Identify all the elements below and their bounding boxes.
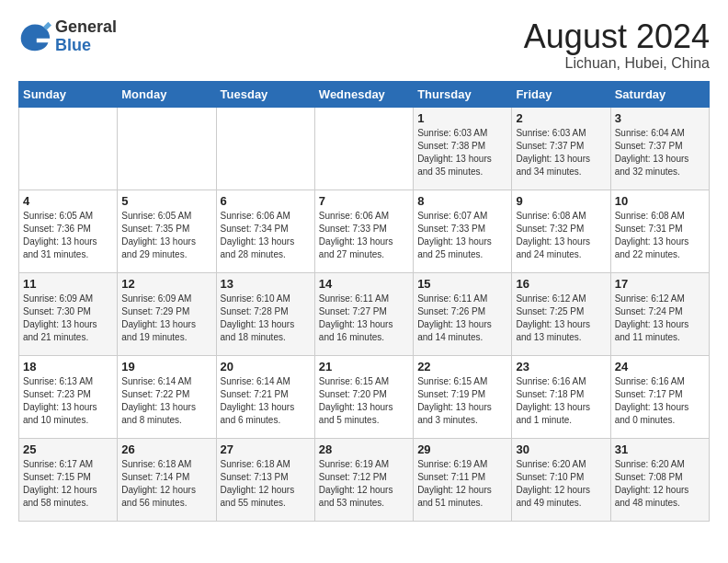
- day-info: Sunrise: 6:18 AM Sunset: 7:14 PM Dayligh…: [121, 458, 211, 510]
- day-cell: 9Sunrise: 6:08 AM Sunset: 7:32 PM Daylig…: [512, 190, 610, 272]
- day-cell: 19Sunrise: 6:14 AM Sunset: 7:22 PM Dayli…: [118, 355, 216, 438]
- day-number: 23: [516, 360, 606, 373]
- day-info: Sunrise: 6:20 AM Sunset: 7:10 PM Dayligh…: [516, 458, 606, 510]
- location-subtitle: Lichuan, Hubei, China: [524, 55, 710, 72]
- header-row: Sunday Monday Tuesday Wednesday Thursday…: [19, 81, 710, 107]
- day-info: Sunrise: 6:07 AM Sunset: 7:33 PM Dayligh…: [417, 210, 507, 261]
- day-cell: [216, 107, 314, 190]
- day-number: 5: [121, 194, 211, 208]
- logo-icon: [18, 20, 51, 53]
- day-cell: 16Sunrise: 6:12 AM Sunset: 7:25 PM Dayli…: [512, 272, 610, 355]
- day-cell: 28Sunrise: 6:19 AM Sunset: 7:12 PM Dayli…: [314, 438, 413, 521]
- week-row-4: 25Sunrise: 6:17 AM Sunset: 7:15 PM Dayli…: [19, 438, 710, 521]
- day-cell: [314, 107, 413, 190]
- day-info: Sunrise: 6:08 AM Sunset: 7:32 PM Dayligh…: [516, 210, 606, 261]
- day-number: 10: [615, 194, 705, 208]
- day-cell: 2Sunrise: 6:03 AM Sunset: 7:37 PM Daylig…: [512, 107, 610, 190]
- day-info: Sunrise: 6:14 AM Sunset: 7:22 PM Dayligh…: [121, 375, 211, 427]
- day-info: Sunrise: 6:03 AM Sunset: 7:37 PM Dayligh…: [516, 127, 606, 178]
- day-info: Sunrise: 6:03 AM Sunset: 7:38 PM Dayligh…: [417, 127, 507, 178]
- logo-general: General: [55, 17, 117, 36]
- day-info: Sunrise: 6:13 AM Sunset: 7:23 PM Dayligh…: [23, 375, 113, 427]
- col-thursday: Thursday: [414, 81, 512, 107]
- page-header: General Blue August 2024 Lichuan, Hubei,…: [18, 18, 710, 72]
- day-info: Sunrise: 6:16 AM Sunset: 7:17 PM Dayligh…: [615, 375, 705, 427]
- col-saturday: Saturday: [610, 81, 709, 107]
- day-cell: 12Sunrise: 6:09 AM Sunset: 7:29 PM Dayli…: [118, 272, 216, 355]
- day-number: 21: [319, 360, 409, 373]
- day-info: Sunrise: 6:09 AM Sunset: 7:30 PM Dayligh…: [23, 293, 113, 344]
- week-row-0: 1Sunrise: 6:03 AM Sunset: 7:38 PM Daylig…: [19, 107, 710, 190]
- day-info: Sunrise: 6:05 AM Sunset: 7:36 PM Dayligh…: [23, 210, 113, 261]
- day-info: Sunrise: 6:17 AM Sunset: 7:15 PM Dayligh…: [23, 458, 113, 510]
- day-cell: 10Sunrise: 6:08 AM Sunset: 7:31 PM Dayli…: [610, 190, 709, 272]
- day-number: 17: [615, 277, 705, 291]
- day-number: 9: [516, 194, 606, 208]
- day-cell: 29Sunrise: 6:19 AM Sunset: 7:11 PM Dayli…: [414, 438, 512, 521]
- day-info: Sunrise: 6:06 AM Sunset: 7:33 PM Dayligh…: [319, 210, 409, 261]
- col-wednesday: Wednesday: [314, 81, 413, 107]
- day-cell: 7Sunrise: 6:06 AM Sunset: 7:33 PM Daylig…: [314, 190, 413, 272]
- day-cell: 27Sunrise: 6:18 AM Sunset: 7:13 PM Dayli…: [216, 438, 314, 521]
- day-cell: [118, 107, 216, 190]
- day-cell: 30Sunrise: 6:20 AM Sunset: 7:10 PM Dayli…: [512, 438, 610, 521]
- day-info: Sunrise: 6:04 AM Sunset: 7:37 PM Dayligh…: [615, 127, 705, 178]
- calendar-header: Sunday Monday Tuesday Wednesday Thursday…: [19, 81, 710, 107]
- day-number: 3: [615, 111, 705, 125]
- day-info: Sunrise: 6:10 AM Sunset: 7:28 PM Dayligh…: [221, 293, 311, 344]
- day-info: Sunrise: 6:14 AM Sunset: 7:21 PM Dayligh…: [221, 375, 311, 427]
- day-cell: 21Sunrise: 6:15 AM Sunset: 7:20 PM Dayli…: [314, 355, 413, 438]
- day-cell: 11Sunrise: 6:09 AM Sunset: 7:30 PM Dayli…: [19, 272, 118, 355]
- day-info: Sunrise: 6:20 AM Sunset: 7:08 PM Dayligh…: [615, 458, 705, 510]
- day-info: Sunrise: 6:12 AM Sunset: 7:24 PM Dayligh…: [615, 293, 705, 344]
- day-cell: 6Sunrise: 6:06 AM Sunset: 7:34 PM Daylig…: [216, 190, 314, 272]
- logo: General Blue: [18, 18, 117, 55]
- col-sunday: Sunday: [19, 81, 118, 107]
- day-number: 18: [23, 360, 113, 373]
- day-cell: 26Sunrise: 6:18 AM Sunset: 7:14 PM Dayli…: [118, 438, 216, 521]
- day-cell: 24Sunrise: 6:16 AM Sunset: 7:17 PM Dayli…: [610, 355, 709, 438]
- col-tuesday: Tuesday: [216, 81, 314, 107]
- day-info: Sunrise: 6:06 AM Sunset: 7:34 PM Dayligh…: [221, 210, 311, 261]
- day-number: 14: [319, 277, 409, 291]
- day-number: 6: [221, 194, 311, 208]
- day-number: 11: [23, 277, 113, 291]
- day-cell: [19, 107, 118, 190]
- day-number: 1: [417, 111, 507, 125]
- week-row-1: 4Sunrise: 6:05 AM Sunset: 7:36 PM Daylig…: [19, 190, 710, 272]
- title-block: August 2024 Lichuan, Hubei, China: [524, 18, 710, 72]
- col-monday: Monday: [118, 81, 216, 107]
- week-row-2: 11Sunrise: 6:09 AM Sunset: 7:30 PM Dayli…: [19, 272, 710, 355]
- day-number: 16: [516, 277, 606, 291]
- day-number: 7: [319, 194, 409, 208]
- day-info: Sunrise: 6:19 AM Sunset: 7:11 PM Dayligh…: [417, 458, 507, 510]
- day-number: 19: [121, 360, 211, 373]
- day-cell: 4Sunrise: 6:05 AM Sunset: 7:36 PM Daylig…: [19, 190, 118, 272]
- day-cell: 20Sunrise: 6:14 AM Sunset: 7:21 PM Dayli…: [216, 355, 314, 438]
- day-number: 22: [417, 360, 507, 373]
- day-info: Sunrise: 6:15 AM Sunset: 7:20 PM Dayligh…: [319, 375, 409, 427]
- calendar-body: 1Sunrise: 6:03 AM Sunset: 7:38 PM Daylig…: [19, 107, 710, 521]
- day-cell: 23Sunrise: 6:16 AM Sunset: 7:18 PM Dayli…: [512, 355, 610, 438]
- day-number: 28: [319, 442, 409, 456]
- day-number: 24: [615, 360, 705, 373]
- day-cell: 17Sunrise: 6:12 AM Sunset: 7:24 PM Dayli…: [610, 272, 709, 355]
- day-number: 4: [23, 194, 113, 208]
- day-cell: 18Sunrise: 6:13 AM Sunset: 7:23 PM Dayli…: [19, 355, 118, 438]
- day-info: Sunrise: 6:11 AM Sunset: 7:27 PM Dayligh…: [319, 293, 409, 344]
- day-info: Sunrise: 6:16 AM Sunset: 7:18 PM Dayligh…: [516, 375, 606, 427]
- day-cell: 14Sunrise: 6:11 AM Sunset: 7:27 PM Dayli…: [314, 272, 413, 355]
- col-friday: Friday: [512, 81, 610, 107]
- day-cell: 13Sunrise: 6:10 AM Sunset: 7:28 PM Dayli…: [216, 272, 314, 355]
- day-number: 2: [516, 111, 606, 125]
- day-info: Sunrise: 6:08 AM Sunset: 7:31 PM Dayligh…: [615, 210, 705, 261]
- day-number: 29: [417, 442, 507, 456]
- day-cell: 3Sunrise: 6:04 AM Sunset: 7:37 PM Daylig…: [610, 107, 709, 190]
- day-number: 25: [23, 442, 113, 456]
- day-info: Sunrise: 6:11 AM Sunset: 7:26 PM Dayligh…: [417, 293, 507, 344]
- day-number: 8: [417, 194, 507, 208]
- logo-blue: Blue: [55, 36, 91, 54]
- day-cell: 31Sunrise: 6:20 AM Sunset: 7:08 PM Dayli…: [610, 438, 709, 521]
- day-info: Sunrise: 6:09 AM Sunset: 7:29 PM Dayligh…: [121, 293, 211, 344]
- day-cell: 5Sunrise: 6:05 AM Sunset: 7:35 PM Daylig…: [118, 190, 216, 272]
